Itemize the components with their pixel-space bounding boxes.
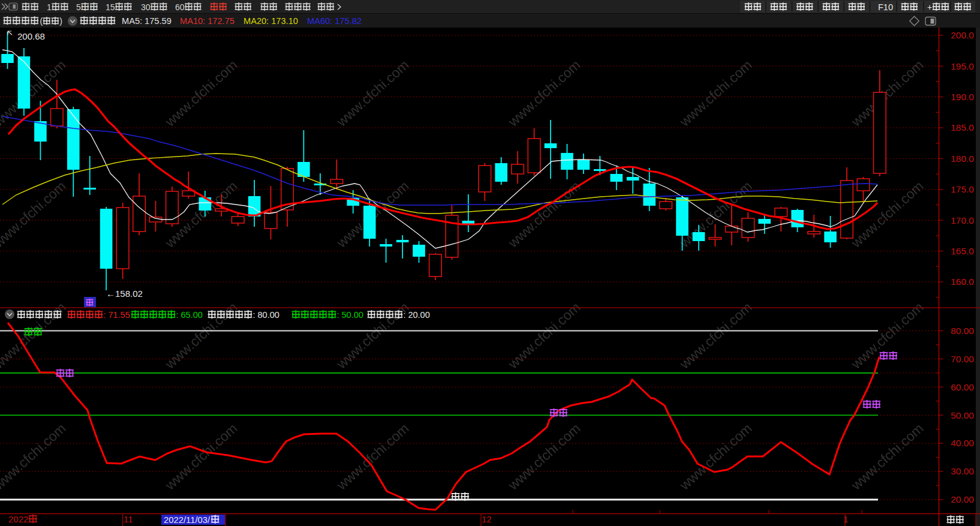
svg-text:5: 5	[76, 2, 81, 12]
svg-text:: 80.00: : 80.00	[253, 310, 279, 320]
svg-text:12: 12	[482, 514, 492, 524]
svg-text:180.0: 180.0	[951, 154, 974, 164]
svg-text:50.00: 50.00	[951, 410, 974, 420]
svg-text:): )	[59, 16, 62, 26]
svg-text:190.0: 190.0	[951, 92, 974, 102]
svg-text:200.68: 200.68	[17, 31, 45, 41]
svg-text:F10: F10	[878, 2, 893, 12]
svg-text:1: 1	[47, 2, 52, 12]
svg-text:: 20.00: : 20.00	[403, 310, 429, 320]
svg-text:15: 15	[106, 2, 115, 12]
svg-text:80.00: 80.00	[951, 326, 974, 336]
svg-text:MA10: 172.75: MA10: 172.75	[180, 16, 235, 26]
svg-text:: 71.55: : 71.55	[103, 310, 130, 320]
svg-text:: 65.00: : 65.00	[176, 310, 203, 320]
svg-text:: 50.00: : 50.00	[337, 310, 363, 320]
svg-text:20.00: 20.00	[951, 494, 974, 504]
svg-text:60: 60	[175, 2, 185, 12]
svg-text:60.00: 60.00	[951, 382, 974, 392]
svg-text:MA60: 175.82: MA60: 175.82	[307, 16, 362, 26]
svg-text:70.00: 70.00	[951, 354, 974, 364]
svg-text:MA20: 173.10: MA20: 173.10	[244, 16, 298, 26]
svg-text:170.0: 170.0	[951, 215, 974, 226]
svg-text:(: (	[40, 16, 43, 26]
svg-text:185.0: 185.0	[951, 122, 974, 133]
svg-text:200.0: 200.0	[951, 30, 974, 40]
svg-text:1: 1	[843, 514, 848, 524]
svg-text:MA5: 175.59: MA5: 175.59	[122, 16, 172, 26]
svg-text:2022: 2022	[8, 514, 28, 524]
svg-text:160.0: 160.0	[951, 276, 974, 287]
svg-text:165.0: 165.0	[951, 246, 974, 256]
svg-text:195.0: 195.0	[951, 61, 974, 71]
svg-text:40.00: 40.00	[951, 438, 974, 448]
svg-text:175.0: 175.0	[951, 184, 974, 194]
svg-text:2022/11/03/: 2022/11/03/	[164, 515, 211, 525]
svg-text:11: 11	[124, 514, 133, 524]
svg-text:←158.02: ←158.02	[106, 288, 143, 299]
svg-text:30: 30	[141, 2, 151, 12]
svg-text:30.00: 30.00	[951, 466, 974, 476]
svg-text:+: +	[927, 2, 932, 12]
